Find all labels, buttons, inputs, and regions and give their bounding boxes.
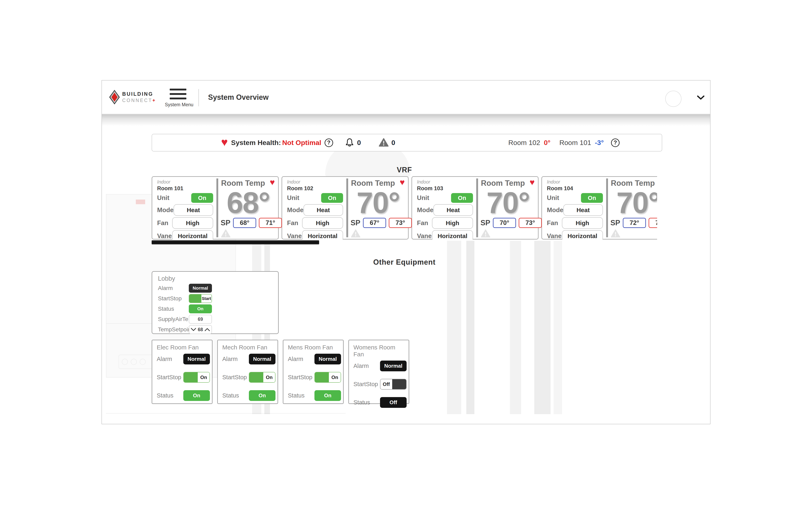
unit-power-button[interactable]: On [191, 193, 213, 203]
vane-label: Vane [547, 232, 561, 240]
system-health-bar: ♥ System Health: Not Optimal ? 0 0 Room … [152, 134, 662, 152]
temp-setpoint-stepper[interactable]: 68 [189, 325, 212, 334]
equipment-title: Lobby [158, 275, 272, 282]
warning-triangle-icon[interactable] [379, 138, 389, 148]
room-temps-help-icon[interactable]: ? [611, 138, 619, 147]
brand-line1: BUILDING [122, 91, 156, 97]
startstop-label: StartStop [353, 381, 378, 388]
setpoint-high[interactable]: 71° [259, 218, 282, 228]
vrf-section-title: VRF [152, 166, 657, 174]
card-divider [606, 178, 608, 237]
mode-select[interactable]: Heat [303, 204, 343, 216]
startstop-toggle[interactable]: Start [189, 294, 212, 303]
unit-power-button[interactable]: On [581, 193, 603, 203]
toggle-fill [392, 379, 406, 389]
vane-select[interactable]: Horizontal [562, 230, 603, 239]
room-temp-reading: 70° [348, 186, 408, 220]
alarm-label: Alarm [158, 285, 189, 291]
unit-room-name: Room 104 [547, 185, 603, 192]
mode-select[interactable]: Heat [173, 204, 213, 216]
setpoint-low[interactable]: 70° [493, 218, 516, 228]
vane-select[interactable]: Horizontal [432, 230, 473, 239]
setpoint-high[interactable]: 73° [649, 218, 657, 228]
vane-select[interactable]: Horizontal [172, 230, 213, 239]
fan-label: Fan [157, 219, 168, 227]
setpoint-high[interactable]: 73° [519, 218, 542, 228]
setpoint-label: SP [221, 219, 231, 227]
setpoint-label: SP [351, 219, 360, 227]
room-temp-name: Room 102 [508, 139, 540, 147]
account-chevron-down-icon[interactable] [697, 95, 705, 101]
equipment-title: Mens Room Fan [288, 344, 341, 351]
warning-triangle-icon [351, 229, 360, 238]
fan-select[interactable]: High [172, 217, 213, 229]
brand-diamond-icon [109, 90, 120, 104]
status-badge: Off [380, 397, 407, 408]
health-heart-icon: ♥ [270, 178, 275, 186]
startstop-toggle[interactable]: On [314, 372, 341, 383]
unit-label: Unit [287, 194, 299, 202]
toggle-fill [249, 372, 263, 382]
status-label: Status [353, 399, 370, 406]
vrf-unit-card-room-101: Indoor Room 101 UnitOn ModeHeat FanHigh … [152, 176, 279, 239]
vane-select[interactable]: Horizontal [302, 230, 343, 239]
room-temps-group: Room 102 0° Room 101 -3° ? [508, 134, 619, 151]
startstop-toggle[interactable]: On [249, 372, 275, 383]
unit-power-button[interactable]: On [451, 193, 473, 203]
app-window: BUILDING CONNECT+ System Menu System Ove… [101, 80, 711, 424]
vrf-temp-panel: Room Temp ♥ 70° SP 67° 73° [348, 177, 408, 239]
equipment-title: Womens Room Fan [353, 344, 407, 358]
system-health-value: Not Optimal [282, 139, 321, 147]
warning-count: 0 [391, 139, 395, 147]
startstop-toggle[interactable]: Off [380, 379, 407, 390]
unit-room-name: Room 102 [287, 185, 343, 192]
health-heart-icon: ♥ [221, 136, 228, 148]
unit-label: Unit [547, 194, 559, 202]
scrollbar-thumb[interactable] [152, 240, 319, 244]
vrf-temp-panel: Room Temp ♥ 68° SP 68° 71° [218, 177, 278, 239]
setpoint-row: SP 68° 71° [221, 218, 282, 228]
system-menu-button[interactable]: System Menu [165, 89, 191, 108]
vrf-controls-panel: Indoor Room 104 UnitOn ModeHeat FanHigh … [542, 177, 606, 239]
setpoint-increase-chevron-up-icon[interactable] [205, 328, 210, 331]
alarm-label: Alarm [288, 356, 303, 362]
status-label: Status [157, 392, 173, 399]
mode-label: Mode [547, 207, 563, 214]
room-temp-value: 0° [544, 139, 551, 147]
hamburger-icon [170, 89, 186, 99]
vrf-temp-panel: Room Temp ♥ 70° SP 70° 73° [478, 177, 538, 239]
setpoint-decrease-chevron-down-icon[interactable] [191, 328, 196, 331]
temp-setpoint-label: TempSetpoin [158, 326, 189, 333]
fan-select[interactable]: High [302, 217, 343, 229]
fan-cards-row: Elec Room Fan AlarmNormal StartStop On S… [152, 340, 409, 404]
brand-line2-text: CONNECT [122, 98, 152, 103]
fan-select[interactable]: High [562, 217, 603, 229]
health-help-icon[interactable]: ? [324, 138, 333, 147]
card-divider [216, 178, 218, 237]
vrf-controls-panel: Indoor Room 101 UnitOn ModeHeat FanHigh … [152, 177, 216, 239]
setpoint-low[interactable]: 68° [233, 218, 256, 228]
mode-select[interactable]: Heat [434, 204, 473, 216]
warning-triangle-icon [221, 229, 231, 238]
user-avatar[interactable] [665, 91, 681, 107]
mode-select[interactable]: Heat [563, 204, 603, 216]
status-badge: On [183, 390, 210, 401]
supply-air-temp-label: SupplyAirTe [158, 316, 189, 323]
setpoint-low[interactable]: 72° [623, 218, 646, 228]
toggle-state-label: Start [201, 294, 211, 302]
startstop-label: StartStop [158, 295, 189, 302]
unit-type-label: Indoor [157, 179, 213, 185]
vrf-unit-card-room-104: Indoor Room 104 UnitOn ModeHeat FanHigh … [542, 176, 657, 239]
startstop-toggle[interactable]: On [183, 372, 210, 383]
header-divider [198, 89, 199, 106]
unit-type-label: Indoor [547, 179, 603, 185]
setpoint-high[interactable]: 73° [389, 218, 412, 228]
fan-select[interactable]: High [432, 217, 473, 229]
brand-text: BUILDING CONNECT+ [122, 91, 156, 103]
status-label: Status [222, 392, 239, 399]
unit-power-button[interactable]: On [321, 193, 343, 203]
vrf-temp-panel: Room Temp ♥ 70° SP 72° 73° [608, 177, 657, 239]
bell-icon[interactable] [345, 137, 354, 148]
status-badge: On [249, 390, 275, 401]
setpoint-low[interactable]: 67° [363, 218, 386, 228]
